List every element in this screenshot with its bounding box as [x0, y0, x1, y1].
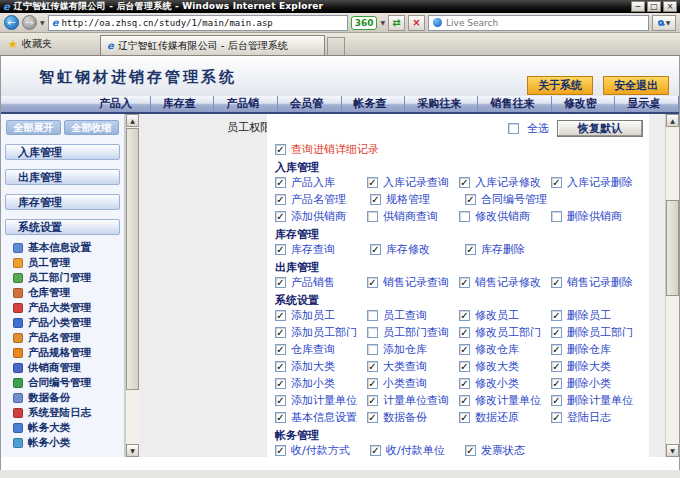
sidebar-item[interactable]: 仓库管理 [1, 285, 124, 300]
permission-item[interactable]: ✓销售记录删除 [551, 275, 643, 290]
checkbox[interactable]: ✓ [275, 361, 286, 372]
close-button[interactable]: × [663, 1, 677, 12]
sidebar-item[interactable]: 产品规格管理 [1, 345, 124, 360]
checkbox[interactable]: ✓ [459, 361, 470, 372]
scroll-up-icon[interactable]: ▲ [666, 114, 679, 127]
checkbox[interactable]: ✓ [465, 445, 476, 456]
checkbox[interactable]: ✓ [459, 327, 470, 338]
checkbox[interactable]: ✓ [551, 395, 562, 406]
checkbox[interactable]: ✓ [459, 378, 470, 389]
checkbox[interactable] [367, 344, 378, 355]
permission-item[interactable]: ✓规格管理 [370, 192, 465, 207]
permission-item[interactable]: ✓库存修改 [370, 242, 465, 257]
checkbox[interactable] [367, 310, 378, 321]
permission-item[interactable]: ✓修改仓库 [459, 342, 551, 357]
checkbox[interactable]: ✓ [275, 211, 286, 222]
checkbox[interactable]: ✓ [459, 344, 470, 355]
permission-item[interactable]: ✓入库记录删除 [551, 175, 643, 190]
nav-item[interactable]: 显示桌面 [615, 96, 679, 112]
sidebar-scrollbar[interactable]: ▲ ▼ [125, 114, 139, 457]
nav-item[interactable]: 采购往来帐 [405, 96, 478, 112]
checkbox[interactable]: ✓ [551, 378, 562, 389]
permission-item[interactable]: ✓修改员工部门 [459, 325, 551, 340]
permission-item[interactable]: ✓产品销售 [275, 275, 367, 290]
sidebar-section[interactable]: 库存管理 [5, 194, 120, 210]
permission-item[interactable]: ✓添加大类 [275, 359, 367, 374]
checkbox[interactable]: ✓ [275, 277, 286, 288]
permission-item[interactable]: ✓产品入库 [275, 175, 367, 190]
sidebar-item[interactable]: 供销商管理 [1, 360, 124, 375]
restore-button[interactable]: □ [647, 1, 661, 12]
permission-item[interactable]: 员工部门查询 [367, 325, 459, 340]
history-dropdown-icon[interactable]: ▼ [40, 19, 45, 26]
checkbox[interactable]: ✓ [551, 327, 562, 338]
nav-item[interactable]: 产品入库 [87, 96, 151, 112]
nav-item[interactable]: 产品销售 [214, 96, 278, 112]
checkbox[interactable]: ✓ [275, 378, 286, 389]
permission-item[interactable]: ✓库存查询 [275, 242, 370, 257]
checkbox[interactable]: ✓ [367, 395, 378, 406]
checkbox[interactable]: ✓ [370, 194, 381, 205]
permission-item[interactable]: ✓计量单位查询 [367, 393, 459, 408]
permission-item[interactable]: 员工查询 [367, 308, 459, 323]
sidebar-item[interactable]: 员工部门管理 [1, 270, 124, 285]
permission-item[interactable]: ✓产品名管理 [275, 192, 370, 207]
checkbox[interactable] [551, 211, 562, 222]
permission-item[interactable]: ✓修改员工 [459, 308, 551, 323]
checkbox[interactable]: ✓ [370, 445, 381, 456]
permission-item[interactable]: ✓发票状态 [465, 443, 560, 457]
checkbox[interactable]: ✓ [367, 177, 378, 188]
stop-button[interactable]: × [408, 15, 425, 31]
checkbox[interactable]: ✓ [465, 244, 476, 255]
permission-item[interactable]: ✓添加员工 [275, 308, 367, 323]
permission-item[interactable]: ✓小类查询 [367, 376, 459, 391]
select-all-checkbox[interactable] [508, 123, 519, 134]
checkbox[interactable]: ✓ [459, 310, 470, 321]
checkbox[interactable]: ✓ [275, 395, 286, 406]
permission-item[interactable]: ✓删除小类 [551, 376, 643, 391]
back-button[interactable]: ← [4, 15, 19, 30]
checkbox[interactable]: ✓ [370, 244, 381, 255]
scroll-down-icon[interactable]: ▼ [126, 444, 139, 457]
permission-item[interactable]: ✓销售记录查询 [367, 275, 459, 290]
permission-item[interactable]: ✓合同编号管理 [465, 192, 560, 207]
checkbox[interactable] [459, 211, 470, 222]
sidebar-item[interactable]: 产品大类管理 [1, 300, 124, 315]
restore-default-button[interactable]: 恢复默认 [557, 120, 643, 137]
checkbox[interactable]: ✓ [459, 177, 470, 188]
checkbox[interactable]: ✓ [459, 412, 470, 423]
permission-item[interactable]: ✓登陆日志 [551, 410, 643, 425]
checkbox[interactable]: ✓ [459, 395, 470, 406]
forward-button[interactable]: → [22, 15, 37, 30]
badge-360-dropdown-icon[interactable]: ▼ [380, 19, 385, 26]
checkbox[interactable]: ✓ [367, 412, 378, 423]
permission-item[interactable]: ✓库存删除 [465, 242, 560, 257]
sidebar-section-system[interactable]: 系统设置 [5, 219, 120, 235]
main-scroll-thumb[interactable] [666, 200, 679, 296]
nav-item[interactable]: 会员管理 [278, 96, 342, 112]
checkbox[interactable] [367, 327, 378, 338]
checkbox[interactable]: ✓ [465, 194, 476, 205]
sidebar-item[interactable]: 基本信息设置 [1, 240, 124, 255]
permission-item[interactable]: ✓大类查询 [367, 359, 459, 374]
minimize-button[interactable]: ─ [631, 1, 645, 12]
nav-item[interactable]: 帐务查询 [342, 96, 406, 112]
sidebar-item[interactable]: 数据备份 [1, 390, 124, 405]
permission-item[interactable]: ✓销售记录修改 [459, 275, 551, 290]
permission-item[interactable]: ✓添加小类 [275, 376, 367, 391]
sidebar-scroll-thumb[interactable] [126, 128, 139, 390]
sidebar-section[interactable]: 入库管理 [5, 144, 120, 160]
permission-item[interactable]: ✓数据还原 [459, 410, 551, 425]
permission-item[interactable]: ✓删除员工 [551, 308, 643, 323]
checkbox[interactable]: ✓ [275, 327, 286, 338]
badge-360[interactable]: 360 [351, 16, 378, 30]
checkbox[interactable]: ✓ [367, 361, 378, 372]
nav-item[interactable]: 销售往来帐 [478, 96, 551, 112]
main-scrollbar[interactable]: ▲ ▼ [665, 114, 679, 457]
permission-item[interactable]: 删除供销商 [551, 209, 643, 224]
permission-item[interactable]: ✓删除员工部门 [551, 325, 643, 340]
checkbox[interactable]: ✓ [367, 277, 378, 288]
permission-item[interactable]: ✓仓库查询 [275, 342, 367, 357]
permission-item[interactable]: ✓修改小类 [459, 376, 551, 391]
sidebar-item[interactable]: 系统登陆日志 [1, 405, 124, 420]
